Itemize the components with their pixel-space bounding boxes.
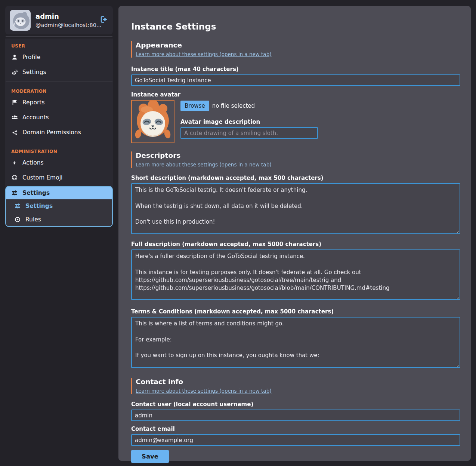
sidebar-item-domain-permissions[interactable]: Domain Permissions [5,125,113,140]
instance-title-input[interactable] [131,74,460,86]
dot-circle-icon [14,217,21,223]
sidebar-item-label: Custom Emoji [22,174,62,181]
contact-section-header: Contact info Learn more about these sett… [131,378,460,394]
sidebar-item-admin-settings[interactable]: Settings [6,187,112,199]
page-title: Instance Settings [131,22,460,31]
settings-submenu: Settings Rules [6,199,112,226]
sidebar: admin @admin@localhost:80... USER Profil… [5,6,113,227]
save-button[interactable]: Save [131,450,169,463]
sidebar-item-label: Settings [22,69,46,76]
descriptors-section-header: Descriptors Learn more about these setti… [131,151,460,168]
settings-nav-block: Settings Settings [5,186,113,227]
sloth-mascot-orange-icon [131,100,174,143]
full-description-label: Full description (markdown accepted, max… [131,241,460,248]
user-meta: admin @admin@localhost:80... [35,12,95,28]
section-heading: Appearance [136,41,460,49]
sign-out-icon[interactable] [100,16,108,25]
divider [6,142,112,142]
full-description-textarea[interactable]: Here's a fuller description of the GoToS… [131,249,460,300]
sloth-avatar-gray-icon [10,10,31,31]
instance-title-label: Instance title (max 40 characters) [131,66,460,73]
sidebar-item-accounts[interactable]: Accounts [5,110,113,125]
sidebar-item-label: Domain Permissions [22,129,81,136]
avatar-description-input[interactable] [180,127,318,139]
sidebar-item-label: Settings [22,190,50,196]
file-status-text: no file selected [212,102,255,109]
sidebar-item-actions[interactable]: Actions [5,155,113,170]
contact-email-input[interactable] [131,434,460,446]
sidebar-item-label: Accounts [22,114,49,121]
user-card[interactable]: admin @admin@localhost:80... [5,6,113,34]
sidebar-item-label: Actions [22,159,44,166]
sidebar-item-label: Reports [22,99,44,106]
user-avatar [10,10,31,31]
terms-textarea[interactable]: This is where a list of terms and condit… [131,317,460,368]
sidebar-item-reports[interactable]: Reports [5,95,113,110]
share-nodes-icon [11,129,18,135]
sidebar-item-custom-emoji[interactable]: Custom Emoji [5,170,113,185]
nav-section-label-administration: ADMINISTRATION [5,144,113,155]
nav-section-label-user: USER [5,39,113,50]
short-description-label: Short description (markdown accepted, ma… [131,175,460,181]
sliders-icon [14,203,21,209]
user-name: admin [35,12,95,20]
divider [6,82,112,82]
instance-settings-panel: Instance Settings Appearance Learn more … [118,6,471,461]
learn-more-link[interactable]: Learn more about these settings (opens i… [136,51,271,57]
contact-user-input[interactable] [131,410,460,421]
short-description-textarea[interactable]: This is the GoToSocial testrig. It doesn… [131,183,460,234]
learn-more-link[interactable]: Learn more about these settings (opens i… [136,388,271,394]
sliders-icon [11,190,18,196]
sidebar-subitem-settings[interactable]: Settings [6,199,112,213]
section-heading: Descriptors [136,151,460,159]
sidebar-item-label: Rules [25,216,41,223]
section-heading: Contact info [136,378,460,386]
avatar-upload-column: Browse no file selected Avatar image des… [180,100,318,143]
nav-section-label-moderation: MODERATION [5,84,113,95]
appearance-section-header: Appearance Learn more about these settin… [131,41,460,58]
contact-user-label: Contact user (local account username) [131,401,460,408]
gears-icon [11,69,18,75]
user-icon [11,54,18,60]
sidebar-nav: USER Profile Settings MODERATION [5,39,113,227]
bolt-icon [11,160,18,166]
terms-label: Terms & Conditions (markdown accepted, m… [131,308,460,315]
user-handle: @admin@localhost:80... [35,22,95,28]
smiley-icon [11,175,18,181]
learn-more-link[interactable]: Learn more about these settings (opens i… [136,162,271,168]
sidebar-item-user-settings[interactable]: Settings [5,65,113,80]
browse-button[interactable]: Browse [180,101,209,111]
divider [6,36,112,37]
instance-avatar-label: Instance avatar [131,91,460,98]
avatar-description-label: Avatar image description [180,119,318,125]
users-icon [11,114,18,120]
contact-email-label: Contact email [131,426,460,432]
sidebar-item-profile[interactable]: Profile [5,50,113,65]
instance-avatar-row: Browse no file selected Avatar image des… [131,100,460,143]
sidebar-subitem-rules[interactable]: Rules [6,213,112,226]
flag-icon [11,99,18,105]
sidebar-item-label: Settings [25,203,53,209]
sidebar-item-label: Profile [22,54,40,61]
